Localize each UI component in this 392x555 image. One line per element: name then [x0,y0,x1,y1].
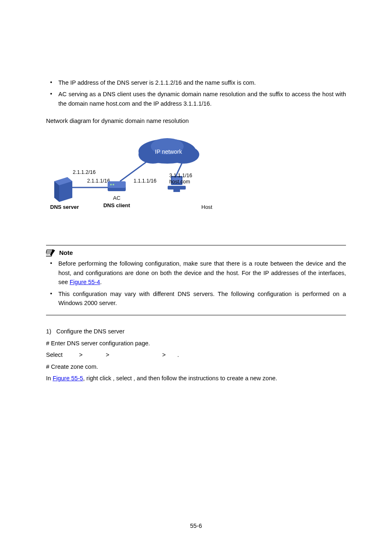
note-bottom-rule [46,315,346,315]
ac-label-top: AC [113,195,120,201]
figure-ref-link[interactable]: Figure 55-4 [69,279,100,285]
top-bullet-list: The IP address of the DNS server is 2.1.… [46,78,346,108]
select-path-line: Select > > > . [46,350,346,359]
text: In [46,375,53,382]
list-item: The IP address of the DNS server is 2.1.… [46,78,346,87]
svg-point-12 [110,184,112,185]
svg-point-13 [113,184,114,185]
host-domain: host.com [169,179,190,185]
create-zone-line: # Create zone com. [46,362,346,371]
note-label: Note [59,248,73,257]
step-line: 1) Configure the DNS server [46,327,346,336]
ac-right-ip: 1.1.1.1/16 [134,178,157,184]
note-text: This configuration may vary with differe… [58,291,346,306]
dns-server-label: DNS server [50,204,79,210]
list-item: Before performing the following configur… [46,259,346,287]
ac-left-ip: 2.1.1.1/16 [87,178,110,184]
note-text: . [100,279,102,285]
list-item: AC serving as a DNS client uses the dyna… [46,90,346,108]
page-number: 55-6 [46,521,346,530]
network-diagram: IP network 2.1.1.2/16 2.1.1.1/16 DNS ser… [46,130,346,216]
host-label: Host [201,204,212,210]
svg-rect-17 [173,190,180,192]
note-icon [46,248,57,257]
cloud-label: IP network [155,148,182,155]
list-item: This configuration may vary with differe… [46,289,346,308]
svg-rect-16 [168,186,186,190]
figure-caption: Network diagram for dynamic domain name … [46,116,346,125]
host-ip: 3.1.1.1/16 [169,173,192,178]
dns-server-ip: 2.1.1.2/16 [73,169,96,175]
text: , right click , select , and then follow… [83,375,277,382]
right-click-line: In Figure 55-5, right click , select , a… [46,374,346,383]
step-text: Configure the DNS server [56,328,125,335]
step-number: 1) [46,328,51,335]
figure-ref-link[interactable]: Figure 55-5 [53,375,83,382]
note-top-rule [46,245,346,245]
note-bullet-list: Before performing the following configur… [46,259,346,308]
note-heading: Note [46,248,346,257]
ac-label-bottom: DNS client [103,202,130,208]
enter-config-line: # Enter DNS server configuration page. [46,339,346,348]
